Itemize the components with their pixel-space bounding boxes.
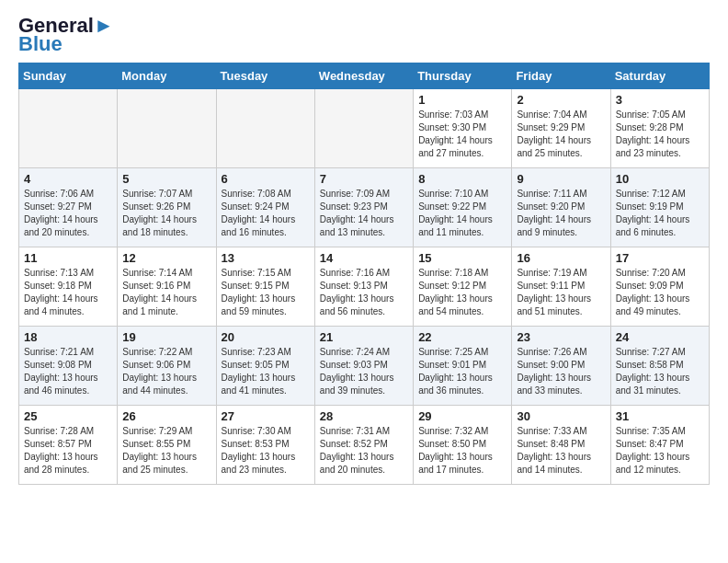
calendar-cell: 2Sunrise: 7:04 AM Sunset: 9:29 PM Daylig… [512,89,610,168]
day-number: 13 [222,251,310,265]
calendar-cell [216,89,314,168]
weekday-header-sunday: Sunday [19,63,118,89]
day-info: Sunrise: 7:13 AM Sunset: 9:18 PM Dayligh… [24,267,112,318]
calendar-cell: 15Sunrise: 7:18 AM Sunset: 9:12 PM Dayli… [414,247,512,327]
calendar-cell: 26Sunrise: 7:29 AM Sunset: 8:55 PM Dayli… [118,406,216,485]
day-number: 14 [320,251,408,265]
day-number: 11 [24,251,112,265]
weekday-header-saturday: Saturday [610,63,709,89]
calendar-cell: 22Sunrise: 7:25 AM Sunset: 9:01 PM Dayli… [414,327,512,406]
day-number: 23 [517,330,605,344]
calendar-cell: 13Sunrise: 7:15 AM Sunset: 9:15 PM Dayli… [216,247,314,327]
day-number: 5 [122,172,210,186]
day-info: Sunrise: 7:32 AM Sunset: 8:50 PM Dayligh… [418,425,506,477]
calendar-cell [314,89,413,168]
day-info: Sunrise: 7:04 AM Sunset: 9:29 PM Dayligh… [517,109,605,160]
calendar-cell: 17Sunrise: 7:20 AM Sunset: 9:09 PM Dayli… [610,247,709,327]
day-info: Sunrise: 7:33 AM Sunset: 8:48 PM Dayligh… [517,425,605,477]
day-info: Sunrise: 7:25 AM Sunset: 9:01 PM Dayligh… [418,346,506,397]
day-info: Sunrise: 7:03 AM Sunset: 9:30 PM Dayligh… [418,109,506,160]
calendar-week-2: 4Sunrise: 7:06 AM Sunset: 9:27 PM Daylig… [19,168,710,247]
calendar-cell: 20Sunrise: 7:23 AM Sunset: 9:05 PM Dayli… [216,327,314,406]
day-info: Sunrise: 7:19 AM Sunset: 9:11 PM Dayligh… [517,267,605,318]
day-number: 1 [418,93,506,107]
calendar-cell: 4Sunrise: 7:06 AM Sunset: 9:27 PM Daylig… [19,168,118,247]
calendar-cell: 31Sunrise: 7:35 AM Sunset: 8:47 PM Dayli… [610,406,709,485]
calendar-week-1: 1Sunrise: 7:03 AM Sunset: 9:30 PM Daylig… [19,89,710,168]
calendar-cell: 28Sunrise: 7:31 AM Sunset: 8:52 PM Dayli… [314,406,413,485]
day-number: 20 [222,330,310,344]
day-info: Sunrise: 7:21 AM Sunset: 9:08 PM Dayligh… [24,346,112,397]
day-number: 9 [517,172,605,186]
day-number: 26 [122,409,210,423]
calendar-cell: 5Sunrise: 7:07 AM Sunset: 9:26 PM Daylig… [118,168,216,247]
calendar-cell: 6Sunrise: 7:08 AM Sunset: 9:24 PM Daylig… [216,168,314,247]
calendar-week-5: 25Sunrise: 7:28 AM Sunset: 8:57 PM Dayli… [19,406,710,485]
calendar-cell: 16Sunrise: 7:19 AM Sunset: 9:11 PM Dayli… [512,247,610,327]
day-info: Sunrise: 7:14 AM Sunset: 9:16 PM Dayligh… [122,267,210,318]
day-number: 21 [320,330,408,344]
calendar-body: 1Sunrise: 7:03 AM Sunset: 9:30 PM Daylig… [19,89,710,485]
day-info: Sunrise: 7:09 AM Sunset: 9:23 PM Dayligh… [320,188,408,239]
logo: General ► Blue [18,15,114,55]
calendar-cell: 8Sunrise: 7:10 AM Sunset: 9:22 PM Daylig… [414,168,512,247]
calendar-cell: 21Sunrise: 7:24 AM Sunset: 9:03 PM Dayli… [314,327,413,406]
weekday-header-tuesday: Tuesday [216,63,314,89]
day-number: 19 [122,330,210,344]
calendar-cell: 11Sunrise: 7:13 AM Sunset: 9:18 PM Dayli… [19,247,118,327]
calendar-cell: 24Sunrise: 7:27 AM Sunset: 8:58 PM Dayli… [610,327,709,406]
day-info: Sunrise: 7:12 AM Sunset: 9:19 PM Dayligh… [616,188,704,239]
day-info: Sunrise: 7:23 AM Sunset: 9:05 PM Dayligh… [222,346,310,397]
day-number: 18 [24,330,112,344]
day-info: Sunrise: 7:18 AM Sunset: 9:12 PM Dayligh… [418,267,506,318]
header: General ► Blue [18,15,710,55]
day-info: Sunrise: 7:15 AM Sunset: 9:15 PM Dayligh… [222,267,310,318]
day-number: 31 [616,409,704,423]
day-info: Sunrise: 7:24 AM Sunset: 9:03 PM Dayligh… [320,346,408,397]
weekday-header-row: SundayMondayTuesdayWednesdayThursdayFrid… [19,63,710,89]
day-number: 15 [418,251,506,265]
calendar-table: SundayMondayTuesdayWednesdayThursdayFrid… [18,63,710,485]
day-info: Sunrise: 7:11 AM Sunset: 9:20 PM Dayligh… [517,188,605,239]
day-info: Sunrise: 7:20 AM Sunset: 9:09 PM Dayligh… [616,267,704,318]
day-number: 27 [222,409,310,423]
calendar-cell: 1Sunrise: 7:03 AM Sunset: 9:30 PM Daylig… [414,89,512,168]
calendar-cell: 30Sunrise: 7:33 AM Sunset: 8:48 PM Dayli… [512,406,610,485]
day-info: Sunrise: 7:07 AM Sunset: 9:26 PM Dayligh… [122,188,210,239]
day-info: Sunrise: 7:08 AM Sunset: 9:24 PM Dayligh… [222,188,310,239]
day-info: Sunrise: 7:30 AM Sunset: 8:53 PM Dayligh… [222,425,310,477]
calendar-page: General ► Blue SundayMondayTuesdayWednes… [0,0,728,500]
calendar-cell: 23Sunrise: 7:26 AM Sunset: 9:00 PM Dayli… [512,327,610,406]
day-number: 3 [616,93,704,107]
calendar-cell: 18Sunrise: 7:21 AM Sunset: 9:08 PM Dayli… [19,327,118,406]
calendar-cell: 9Sunrise: 7:11 AM Sunset: 9:20 PM Daylig… [512,168,610,247]
calendar-cell: 14Sunrise: 7:16 AM Sunset: 9:13 PM Dayli… [314,247,413,327]
day-info: Sunrise: 7:31 AM Sunset: 8:52 PM Dayligh… [320,425,408,477]
day-number: 7 [320,172,408,186]
day-info: Sunrise: 7:35 AM Sunset: 8:47 PM Dayligh… [616,425,704,477]
day-number: 12 [122,251,210,265]
day-number: 25 [24,409,112,423]
day-info: Sunrise: 7:16 AM Sunset: 9:13 PM Dayligh… [320,267,408,318]
calendar-week-3: 11Sunrise: 7:13 AM Sunset: 9:18 PM Dayli… [19,247,710,327]
weekday-header-thursday: Thursday [414,63,512,89]
day-info: Sunrise: 7:06 AM Sunset: 9:27 PM Dayligh… [24,188,112,239]
calendar-week-4: 18Sunrise: 7:21 AM Sunset: 9:08 PM Dayli… [19,327,710,406]
day-info: Sunrise: 7:28 AM Sunset: 8:57 PM Dayligh… [24,425,112,477]
weekday-header-wednesday: Wednesday [314,63,413,89]
day-info: Sunrise: 7:29 AM Sunset: 8:55 PM Dayligh… [122,425,210,477]
day-number: 6 [222,172,310,186]
day-info: Sunrise: 7:05 AM Sunset: 9:28 PM Dayligh… [616,109,704,160]
weekday-header-monday: Monday [118,63,216,89]
calendar-cell: 10Sunrise: 7:12 AM Sunset: 9:19 PM Dayli… [610,168,709,247]
calendar-cell: 29Sunrise: 7:32 AM Sunset: 8:50 PM Dayli… [414,406,512,485]
calendar-cell [118,89,216,168]
day-number: 22 [418,330,506,344]
calendar-cell: 25Sunrise: 7:28 AM Sunset: 8:57 PM Dayli… [19,406,118,485]
day-number: 24 [616,330,704,344]
day-number: 29 [418,409,506,423]
calendar-cell: 7Sunrise: 7:09 AM Sunset: 9:23 PM Daylig… [314,168,413,247]
day-number: 2 [517,93,605,107]
calendar-cell: 12Sunrise: 7:14 AM Sunset: 9:16 PM Dayli… [118,247,216,327]
day-number: 17 [616,251,704,265]
